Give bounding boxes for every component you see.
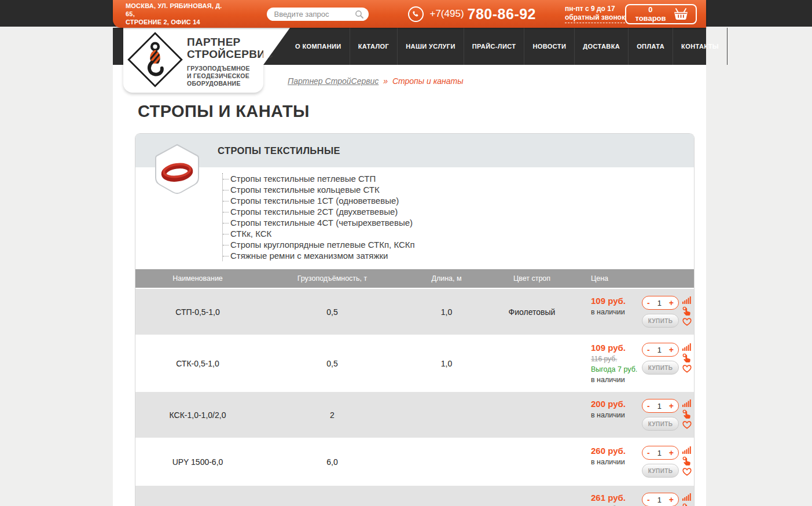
favorite-icon[interactable] xyxy=(682,421,692,429)
logo-text: ПАРТНЕР СТРОЙСЕРВИС ГРУЗОПОДЪЕМНОЕ И ГЕО… xyxy=(187,36,273,87)
qty-value[interactable]: 1 xyxy=(657,299,662,307)
qty-decrease-button[interactable]: - xyxy=(647,449,650,457)
logo-name-line1: ПАРТНЕР xyxy=(187,36,273,48)
buy-button[interactable]: КУПИТЬ xyxy=(642,314,679,328)
compare-icon[interactable] xyxy=(682,343,691,351)
price-benefit: Выгода 7 руб. xyxy=(591,365,642,373)
qty-decrease-button[interactable]: - xyxy=(647,496,650,504)
category-link-item: Стропы текстильные 4СТ (четырехветвевые) xyxy=(223,217,682,228)
cart-button[interactable]: 0 товаров xyxy=(625,4,697,24)
category-link[interactable]: Стропы текстильные петлевые СТП xyxy=(230,174,376,184)
phone-block: +7(495) 780-86-92 xyxy=(408,6,536,23)
one-click-buy-icon[interactable] xyxy=(682,306,691,316)
category-link[interactable]: Стяжные ремни с механизмом затяжки xyxy=(230,251,388,261)
qty-value[interactable]: 1 xyxy=(657,402,662,410)
nav-menu-item[interactable]: КАТАЛОГ xyxy=(350,28,398,65)
quantity-stepper[interactable]: - 1 + xyxy=(642,446,679,460)
category-link[interactable]: СТКк, КСК xyxy=(230,229,271,239)
compare-icon[interactable] xyxy=(682,296,691,304)
stock-status: в наличии xyxy=(591,376,642,384)
table-row: КСК-1,0-1,0/2,0 2 200 руб. в наличии - 1… xyxy=(135,391,694,438)
purchase-controls: - 1 + КУПИТЬ xyxy=(642,343,682,375)
qty-increase-button[interactable]: + xyxy=(669,299,674,307)
compare-icon[interactable] xyxy=(682,399,691,407)
content-area: Партнер СтройСервис » Стропы и канаты СТ… xyxy=(113,65,706,506)
cart-count-label: 0 товаров xyxy=(634,5,667,23)
table-row: СТП-0,5-1,0 0,5 1,0 Фиолетовый 109 руб. … xyxy=(135,288,694,335)
category-title-link[interactable]: СТРОПЫ ТЕКСТИЛЬНЫЕ xyxy=(218,145,340,156)
category-card-header: СТРОПЫ ТЕКСТИЛЬНЫЕ xyxy=(135,134,694,167)
qty-increase-button[interactable]: + xyxy=(669,346,674,354)
nav-menu-item[interactable]: ОПЛАТА xyxy=(629,28,673,65)
price-current: 109 руб. xyxy=(591,296,642,306)
qty-increase-button[interactable]: + xyxy=(669,449,674,457)
one-click-buy-icon[interactable] xyxy=(682,409,691,419)
qty-value[interactable]: 1 xyxy=(657,449,662,457)
search-icon[interactable] xyxy=(355,10,364,21)
product-table: Наименование Грузоподъёмность, т Длина, … xyxy=(135,269,694,506)
nav-menu-item[interactable]: НОВОСТИ xyxy=(524,28,575,65)
category-links: Стропы текстильные петлевые СТП Стропы т… xyxy=(222,173,682,261)
callback-link[interactable]: обратный звонок xyxy=(565,13,625,23)
logo-tagline-line1: ГРУЗОПОДЪЕМНОЕ xyxy=(187,65,273,72)
one-click-buy-icon[interactable] xyxy=(682,503,691,506)
quantity-stepper[interactable]: - 1 + xyxy=(642,343,679,357)
compare-icon[interactable] xyxy=(682,493,691,501)
category-link-item: СТКк, КСК xyxy=(223,228,682,239)
one-click-buy-icon[interactable] xyxy=(682,353,691,362)
favorite-icon[interactable] xyxy=(682,318,692,326)
table-row: UPY 1500-6,0 6,0 260 руб. в наличии - 1 … xyxy=(135,438,694,485)
phone-icon xyxy=(408,6,424,22)
breadcrumb-home-link[interactable]: Партнер СтройСервис xyxy=(288,76,379,86)
buy-button[interactable]: КУПИТЬ xyxy=(642,464,679,478)
nav-menu-item[interactable]: О КОМПАНИИ xyxy=(287,28,350,65)
address-line-1: МОСКВА, УЛ. РЯБИНОВАЯ, Д. 65, xyxy=(126,2,232,18)
price-current: 109 руб. xyxy=(591,343,642,353)
search-input[interactable] xyxy=(267,8,369,21)
product-capacity: 2 xyxy=(260,410,405,420)
quantity-stepper[interactable]: - 1 + xyxy=(642,399,679,413)
nav-menu-item[interactable]: КОНТАКТЫ xyxy=(673,28,728,65)
buy-button[interactable]: КУПИТЬ xyxy=(642,417,679,431)
purchase-controls: - 1 + КУПИТЬ xyxy=(642,446,682,478)
category-link-item: Стропы текстильные кольцевые СТК xyxy=(223,184,682,195)
purchase-controls: - 1 + КУПИТЬ xyxy=(642,296,682,328)
category-product-image[interactable] xyxy=(153,144,201,197)
category-link-item: Стропы круглопрядные петлевые СТКп, КСКп xyxy=(223,239,682,250)
quantity-stepper[interactable]: - 1 + xyxy=(642,296,679,310)
qty-decrease-button[interactable]: - xyxy=(647,346,650,354)
work-hours: пн-пт с 9 до 17 xyxy=(565,5,625,13)
category-link[interactable]: Стропы текстильные 2СТ (двухветвевые) xyxy=(230,207,398,217)
category-link[interactable]: Стропы текстильные 4СТ (четырехветвевые) xyxy=(230,218,413,228)
qty-value[interactable]: 1 xyxy=(657,346,662,354)
category-links-area: Стропы текстильные петлевые СТП Стропы т… xyxy=(135,167,694,269)
favorite-icon[interactable] xyxy=(682,365,692,373)
qty-increase-button[interactable]: + xyxy=(669,402,674,410)
site-logo[interactable]: ПАРТНЕР СТРОЙСЕРВИС ГРУЗОПОДЪЕМНОЕ И ГЕО… xyxy=(123,28,263,93)
product-table-body: СТП-0,5-1,0 0,5 1,0 Фиолетовый 109 руб. … xyxy=(135,288,694,506)
quantity-stepper[interactable]: - 1 + xyxy=(642,493,679,506)
favorite-icon[interactable] xyxy=(682,468,692,476)
one-click-buy-icon[interactable] xyxy=(682,456,691,465)
category-link[interactable]: Стропы текстильные кольцевые СТК xyxy=(230,185,380,195)
compare-icon[interactable] xyxy=(682,446,691,454)
col-header-price: Цена xyxy=(575,274,642,283)
qty-value[interactable]: 1 xyxy=(657,496,662,504)
nav-menu-item[interactable]: НАШИ УСЛУГИ xyxy=(398,28,464,65)
product-name: СТП-0,5-1,0 xyxy=(135,307,260,317)
category-link[interactable]: Стропы текстильные 1СТ (одноветвевые) xyxy=(230,196,399,206)
logo-tagline-line3: ОБОРУДОВАНИЕ xyxy=(187,80,273,87)
purchase-controls: - 1 + КУПИТЬ xyxy=(642,399,682,431)
price-block: 260 руб. в наличии xyxy=(575,446,642,466)
buy-button[interactable]: КУПИТЬ xyxy=(642,361,679,375)
product-name: UPY 1500-6,0 xyxy=(135,457,260,467)
qty-decrease-button[interactable]: - xyxy=(647,299,650,307)
category-link[interactable]: Стропы круглопрядные петлевые СТКп, КСКп xyxy=(230,240,415,250)
nav-menu-item[interactable]: ПРАЙС-ЛИСТ xyxy=(464,28,525,65)
price-current: 261 руб. xyxy=(591,493,642,503)
qty-decrease-button[interactable]: - xyxy=(647,402,650,410)
product-category-card: СТРОПЫ ТЕКСТИЛЬНЫЕ Стропы текстильные пе… xyxy=(135,133,695,506)
stock-status: в наличии xyxy=(591,458,642,466)
qty-increase-button[interactable]: + xyxy=(669,496,674,504)
nav-menu-item[interactable]: ДОСТАВКА xyxy=(575,28,629,65)
